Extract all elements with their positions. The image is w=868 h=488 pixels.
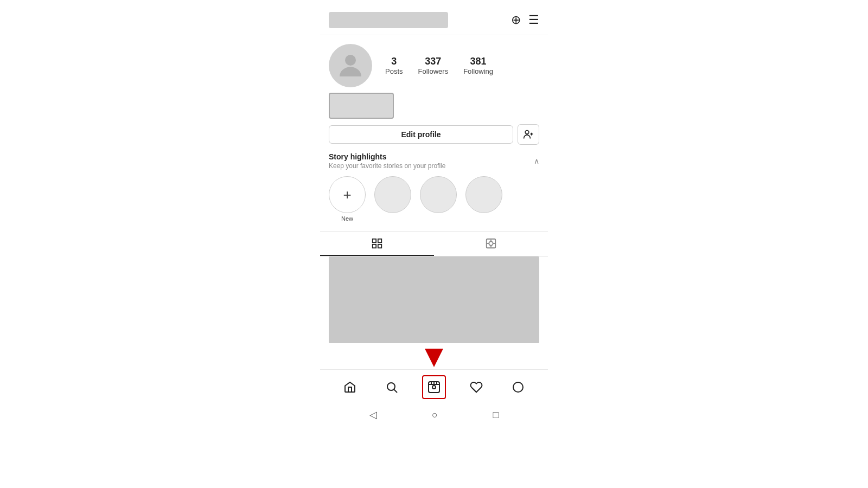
- following-stat[interactable]: 381 Following: [463, 56, 493, 76]
- svg-rect-5: [378, 239, 381, 242]
- svg-point-17: [432, 386, 436, 389]
- svg-line-15: [394, 390, 398, 393]
- highlight-item-3[interactable]: [465, 176, 502, 213]
- arrow-container: [320, 349, 548, 367]
- menu-icon[interactable]: ☰: [528, 13, 539, 27]
- svg-point-1: [525, 131, 529, 134]
- edit-profile-button[interactable]: Edit profile: [329, 125, 513, 144]
- new-highlight-item[interactable]: + New: [329, 176, 366, 222]
- svg-point-22: [513, 382, 523, 392]
- highlight-item-1[interactable]: [374, 176, 411, 213]
- phone-container: ⊕ ☰ 3 Posts 337: [320, 5, 548, 472]
- stats-container: 3 Posts 337 Followers 381 Following: [385, 56, 493, 76]
- username-placeholder: [329, 12, 448, 28]
- heart-icon: [470, 381, 483, 394]
- svg-point-0: [345, 55, 356, 66]
- nav-profile[interactable]: [506, 375, 530, 399]
- followers-count: 337: [425, 56, 441, 68]
- story-highlights-section: Story highlights Keep your favorite stor…: [320, 152, 548, 222]
- home-icon: [343, 381, 356, 394]
- followers-stat[interactable]: 337 Followers: [418, 56, 449, 76]
- highlight-circle-3[interactable]: [465, 176, 502, 213]
- buttons-row: Edit profile: [329, 124, 539, 145]
- avatar-svg: [334, 49, 367, 82]
- android-bar: ◁ ○ □: [320, 404, 548, 425]
- chevron-up-icon[interactable]: ∧: [534, 157, 539, 165]
- highlight-item-2[interactable]: [420, 176, 457, 213]
- nav-reels[interactable]: [422, 375, 446, 399]
- highlight-circle-2[interactable]: [420, 176, 457, 213]
- tab-grid[interactable]: [320, 232, 434, 256]
- highlight-circle-1[interactable]: [374, 176, 411, 213]
- tag-icon: [485, 237, 497, 249]
- add-person-icon: [523, 129, 534, 140]
- following-count: 381: [470, 56, 487, 68]
- svg-rect-7: [378, 245, 381, 248]
- svg-rect-6: [373, 245, 376, 248]
- nav-search[interactable]: [380, 375, 404, 399]
- reels-icon: [427, 381, 441, 394]
- profile-header: 3 Posts 337 Followers 381 Following: [329, 44, 539, 87]
- add-person-button[interactable]: [518, 124, 539, 145]
- plus-icon: +: [343, 187, 351, 203]
- story-highlights-subtitle: Keep your favorite stories on your profi…: [329, 162, 445, 170]
- content-grid: [329, 256, 539, 343]
- avatar[interactable]: [329, 44, 372, 87]
- add-icon[interactable]: ⊕: [511, 13, 521, 27]
- highlights-row: + New: [329, 176, 539, 222]
- posts-label: Posts: [385, 67, 403, 75]
- followers-label: Followers: [418, 67, 449, 75]
- top-bar: ⊕ ☰: [320, 5, 548, 35]
- following-label: Following: [463, 67, 493, 75]
- story-highlights-header: Story highlights Keep your favorite stor…: [329, 152, 539, 170]
- name-bio-placeholder: [329, 93, 394, 119]
- story-highlights-title: Story highlights: [329, 152, 445, 161]
- search-icon: [385, 381, 398, 394]
- android-recent[interactable]: □: [493, 409, 499, 421]
- android-home[interactable]: ○: [432, 409, 438, 421]
- tabs-row: [320, 232, 548, 256]
- nav-home[interactable]: [338, 375, 362, 399]
- nav-activity[interactable]: [464, 375, 488, 399]
- new-highlight-circle[interactable]: +: [329, 176, 366, 213]
- android-back[interactable]: ◁: [369, 409, 377, 421]
- grid-icon: [371, 237, 383, 249]
- posts-stat[interactable]: 3 Posts: [385, 56, 403, 76]
- red-arrow-icon: [425, 349, 443, 367]
- top-bar-icons: ⊕ ☰: [511, 13, 539, 27]
- svg-point-14: [387, 383, 395, 390]
- profile-section: 3 Posts 337 Followers 381 Following Edit…: [320, 35, 548, 145]
- svg-rect-4: [373, 239, 376, 242]
- svg-point-9: [489, 241, 493, 245]
- avatar-person: [329, 44, 372, 87]
- profile-icon: [512, 381, 525, 394]
- story-highlights-titles: Story highlights Keep your favorite stor…: [329, 152, 445, 170]
- new-highlight-label: New: [341, 215, 353, 222]
- bottom-nav: [320, 369, 548, 404]
- red-arrow-group: [425, 349, 443, 367]
- tab-tagged[interactable]: [434, 232, 548, 256]
- posts-count: 3: [391, 56, 397, 68]
